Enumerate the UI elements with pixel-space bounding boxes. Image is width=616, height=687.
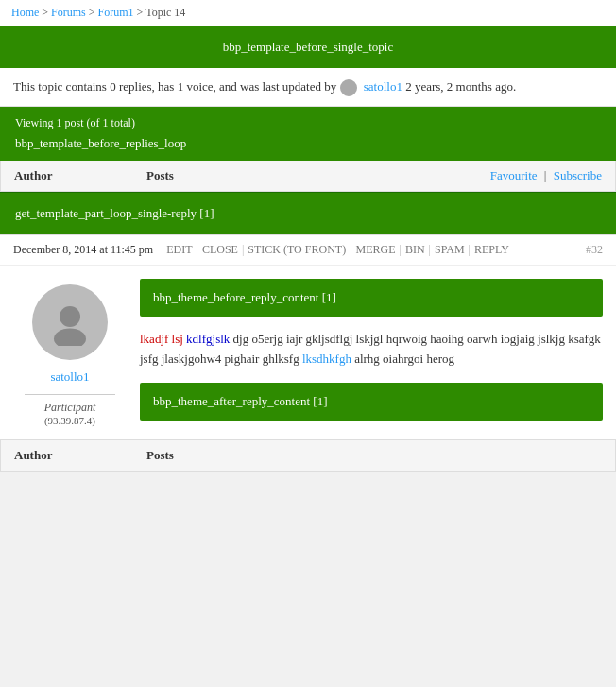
reply-date: December 8, 2014 at 11:45 pm [13,243,153,257]
breadcrumb-forums[interactable]: Forums [51,6,86,19]
author-role: Participant [44,401,96,415]
merge-link[interactable]: MERGE [352,243,400,257]
svg-point-0 [60,306,80,327]
close-link[interactable]: CLOSE [198,243,242,257]
topic-before-banner: bbp_template_before_single_topic [0,26,616,68]
table-header-posts: Posts [146,168,490,183]
topic-info: This topic contains 0 replies, has 1 voi… [0,68,616,107]
post-text-blue: kdlfgjslk [186,332,230,346]
author-divider [25,394,115,395]
table-footer-author: Author [14,448,146,463]
reply-posts-column: bbp_theme_before_reply_content [1] lkadj… [140,279,603,426]
table-footer-posts: Posts [146,448,602,463]
page-container: Home > Forums > Forum1 > Topic 14 bbp_te… [0,0,616,472]
author-avatar-small [340,79,357,96]
before-reply-content-banner: bbp_theme_before_reply_content [1] [140,279,603,317]
reply-meta: December 8, 2014 at 11:45 pm EDIT | CLOS… [0,235,616,266]
reply-number: #32 [586,243,603,257]
loop-single-reply-banner: get_template_part_loop_single-reply [1] [0,192,616,234]
after-reply-content-banner: bbp_theme_after_reply_content [1] [140,383,603,421]
table-header: Author Posts Favourite | Subscribe [0,161,616,192]
breadcrumb: Home > Forums > Forum1 > Topic 14 [0,0,616,26]
post-text-end: alrhg oiahrgoi herog [351,352,454,366]
author-name-link[interactable]: satollo1 [50,369,89,385]
post-text-colored: lkadjf lsj [140,332,186,346]
table-header-actions: Favourite | Subscribe [490,168,602,183]
reply-author-column: satollo1 Participant (93.39.87.4) [13,279,127,426]
viewing-banner: Viewing 1 post (of 1 total) bbp_template… [0,107,616,161]
favourite-link[interactable]: Favourite [490,168,538,182]
edit-link[interactable]: EDIT [163,243,196,257]
author-ip: (93.39.87.4) [44,415,95,426]
subscribe-link[interactable]: Subscribe [554,168,602,182]
reply-row: December 8, 2014 at 11:45 pm EDIT | CLOS… [0,234,616,439]
reply-content: satollo1 Participant (93.39.87.4) bbp_th… [0,266,616,439]
avatar-icon [46,299,94,346]
view-count-label: Viewing 1 post (of 1 total) [15,116,601,130]
reply-actions: EDIT | CLOSE | STICK (TO FRONT) | MERGE … [163,243,513,257]
breadcrumb-home[interactable]: Home [11,6,39,19]
topic-info-text: This topic contains 0 replies, has 1 voi… [13,79,516,94]
post-text-link-style: lksdhkfgh [302,352,351,366]
reply-link[interactable]: REPLY [471,243,513,257]
table-footer: Author Posts [0,439,616,472]
svg-point-1 [54,329,86,347]
breadcrumb-forum1[interactable]: Forum1 [98,6,134,19]
post-text: lkadjf lsj kdlfgjslk djg o5erjg iajr gkl… [140,326,603,373]
table-header-author: Author [14,168,146,183]
avatar [32,284,108,360]
stick-link[interactable]: STICK (TO FRONT) [244,243,350,257]
bin-link[interactable]: BIN [402,243,429,257]
before-replies-loop-label: bbp_template_before_replies_loop [15,136,601,151]
breadcrumb-current: Topic 14 [145,6,185,19]
topic-info-author[interactable]: satollo1 [364,79,402,94]
spam-link[interactable]: SPAM [431,243,469,257]
